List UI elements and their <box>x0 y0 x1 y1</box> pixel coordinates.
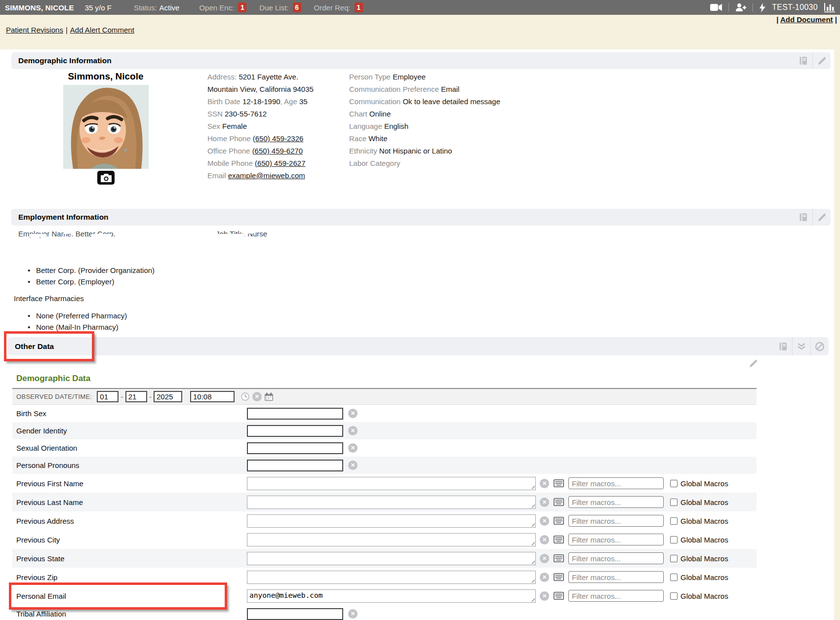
global-macros-checkbox[interactable] <box>670 499 678 506</box>
info-label: Ethnicity <box>349 147 379 155</box>
due-list-badge[interactable]: 6 <box>293 2 301 12</box>
field-textarea-personal-email[interactable]: anyone@mieweb.com <box>247 589 536 603</box>
patient-header-bar: SIMMONS, NICOLE 35 y/o F Status: Active … <box>0 0 840 15</box>
macro-keyboard-icon[interactable] <box>554 536 564 543</box>
clear-field-icon[interactable]: ✕ <box>540 516 549 526</box>
macro-filter-input[interactable] <box>568 477 664 489</box>
global-macros-checkbox[interactable] <box>670 480 678 487</box>
field-textarea-previous-last-name[interactable] <box>247 496 536 509</box>
info-line: Address: 5201 Fayette Ave. <box>207 71 314 83</box>
macro-filter-input[interactable] <box>568 552 664 564</box>
field-row-previous-last-name: Previous Last Name✕Global Macros <box>12 493 757 511</box>
observed-month-input[interactable] <box>97 391 119 402</box>
clear-field-icon[interactable]: ✕ <box>540 479 549 488</box>
clear-field-icon[interactable]: ✕ <box>348 443 358 453</box>
macro-filter-input[interactable] <box>568 590 664 602</box>
organization-list: Better Corp. (Provider Organization)Bett… <box>20 265 155 287</box>
add-alert-comment-link[interactable]: Add Alert Comment <box>70 26 134 34</box>
video-camera-icon[interactable] <box>710 3 722 11</box>
section-title: Demographic Information <box>11 56 112 65</box>
macro-keyboard-icon[interactable] <box>554 592 564 600</box>
clear-datetime-icon[interactable]: ✕ <box>252 392 262 401</box>
observed-time-input[interactable] <box>190 391 235 402</box>
field-textarea-previous-first-name[interactable] <box>247 477 536 490</box>
clear-field-icon[interactable]: ✕ <box>348 609 358 619</box>
macro-filter-input[interactable] <box>568 534 664 545</box>
bar-chart-icon[interactable] <box>824 3 835 12</box>
person-add-icon[interactable] <box>735 3 746 12</box>
macro-keyboard-icon[interactable] <box>554 498 564 506</box>
edit-pencil-icon[interactable] <box>749 359 758 368</box>
field-textarea-previous-address[interactable] <box>247 514 536 528</box>
macro-filter-input[interactable] <box>568 515 664 527</box>
global-macros-checkbox[interactable] <box>670 574 678 581</box>
macro-keyboard-icon[interactable] <box>554 517 564 525</box>
open-enc-badge[interactable]: 1 <box>238 2 246 12</box>
print-book-icon[interactable] <box>795 52 812 69</box>
print-book-icon[interactable] <box>774 337 792 355</box>
add-document-link[interactable]: Add Document <box>780 15 833 24</box>
patient-revisions-link[interactable]: Patient Revisions <box>6 26 63 34</box>
lightning-icon[interactable] <box>760 3 765 12</box>
global-macros-label: Global Macros <box>680 517 728 525</box>
observed-datetime-label: OBSERVED DATE/TIME: <box>16 393 92 400</box>
field-row-birth-sex: Birth Sex✕ <box>12 405 757 422</box>
macro-keyboard-icon[interactable] <box>554 479 564 487</box>
global-macros-checkbox[interactable] <box>670 536 678 543</box>
clear-field-icon[interactable]: ✕ <box>348 409 358 418</box>
macro-keyboard-icon[interactable] <box>554 573 564 581</box>
clear-field-icon[interactable]: ✕ <box>540 573 549 582</box>
clear-field-icon[interactable]: ✕ <box>540 498 549 507</box>
macro-filter-input[interactable] <box>568 496 664 508</box>
textarea-wrap <box>247 571 536 584</box>
info-line: Sex Female <box>207 120 314 132</box>
contact-link[interactable]: (650) 459-6270 <box>252 147 303 155</box>
edit-pencil-icon[interactable] <box>813 52 831 69</box>
field-textarea-previous-zip[interactable] <box>247 571 536 584</box>
macro-filter-input[interactable] <box>568 571 664 583</box>
clear-field-icon[interactable]: ✕ <box>348 426 358 435</box>
field-label: Previous State <box>16 554 247 563</box>
clear-field-icon[interactable]: ✕ <box>540 591 549 601</box>
info-line: Ethnicity Not Hispanic or Latino <box>349 145 500 157</box>
chevron-double-down-icon[interactable] <box>793 337 810 355</box>
global-macros-label: Global Macros <box>680 498 728 506</box>
print-book-icon[interactable] <box>795 209 812 226</box>
edit-pencil-icon[interactable] <box>813 209 831 226</box>
macro-keyboard-icon[interactable] <box>554 554 564 562</box>
info-value: 35 <box>299 97 308 106</box>
observed-year-input[interactable] <box>154 391 182 402</box>
divider <box>753 3 753 12</box>
info-line: Home Phone (650) 459-2326 <box>207 132 314 145</box>
field-input-sexual-orientation[interactable] <box>247 442 343 454</box>
patient-name: SIMMONS, NICOLE <box>5 3 74 12</box>
calendar-icon[interactable] <box>264 392 274 401</box>
global-macros-checkbox[interactable] <box>670 592 678 600</box>
field-textarea-previous-city[interactable] <box>247 533 536 546</box>
global-macros-checkbox[interactable] <box>670 517 678 525</box>
field-input-personal-pronouns[interactable] <box>247 460 343 471</box>
info-value: Email <box>441 85 460 93</box>
info-value: English <box>384 122 408 130</box>
info-line: Labor Category <box>349 157 500 169</box>
field-input-gender-identity[interactable] <box>247 425 343 437</box>
field-label: Tribal Affiliation <box>16 610 247 618</box>
order-req-badge[interactable]: 1 <box>355 2 363 12</box>
clock-icon[interactable] <box>240 392 250 401</box>
contact-link[interactable]: example@mieweb.com <box>228 171 305 180</box>
clear-field-icon[interactable]: ✕ <box>540 554 549 563</box>
contact-link[interactable]: (650) 459-2627 <box>255 159 306 167</box>
field-textarea-previous-state[interactable] <box>247 552 536 565</box>
update-photo-button[interactable] <box>97 171 115 185</box>
clear-field-icon[interactable]: ✕ <box>348 461 358 470</box>
observed-day-input[interactable] <box>125 391 147 402</box>
personal-email-highlight-annotation <box>9 582 227 610</box>
clear-field-icon[interactable]: ✕ <box>540 535 549 544</box>
field-input-birth-sex[interactable] <box>247 408 343 420</box>
global-macros-checkbox[interactable] <box>670 555 678 562</box>
contact-link[interactable]: (650) 459-2326 <box>253 134 304 143</box>
order-req-label: Order Req: <box>314 3 351 12</box>
prohibition-icon[interactable] <box>811 337 829 355</box>
status-value: Active <box>160 3 180 12</box>
field-input-tribal-affiliation[interactable] <box>247 608 343 620</box>
